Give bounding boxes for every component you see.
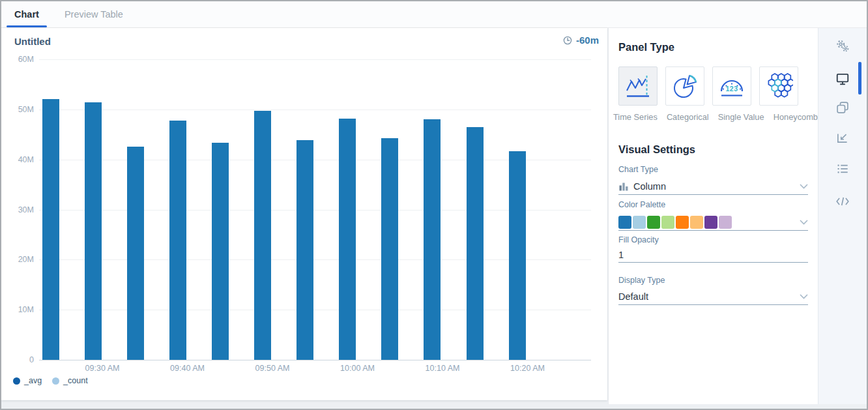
bar <box>297 140 313 360</box>
palette-swatch <box>690 216 703 229</box>
clock-icon <box>562 35 573 46</box>
y-tick-label: 30M <box>4 205 34 214</box>
bar <box>381 138 398 360</box>
x-tick-label: 10:00 AM <box>328 364 387 373</box>
bar <box>254 111 271 360</box>
y-tick-label: 10M <box>4 305 34 314</box>
chevron-down-icon <box>800 220 808 225</box>
monitor-icon[interactable] <box>835 72 850 86</box>
bar <box>424 119 441 360</box>
bar <box>467 127 484 360</box>
panel-type-single-value[interactable]: 123 <box>712 66 751 106</box>
categorical-icon <box>671 72 699 100</box>
y-tick-label: 60M <box>4 55 34 64</box>
panel-type-time-series[interactable] <box>618 66 658 106</box>
palette-swatch <box>676 216 689 229</box>
legend-dot <box>52 377 59 385</box>
bar <box>42 99 59 360</box>
legend: _avg_count <box>13 376 88 385</box>
chevron-down-icon <box>800 184 808 189</box>
palette-swatch <box>618 216 631 229</box>
palette-swatch <box>704 216 717 229</box>
settings-panel: Panel Type <box>608 28 818 404</box>
fill-opacity-input[interactable] <box>618 247 808 263</box>
gears-icon[interactable] <box>835 39 850 53</box>
chevron-down-icon <box>800 294 808 299</box>
panel-type-honeycomb[interactable] <box>759 66 798 106</box>
tab-preview-table[interactable]: Preview Table <box>57 1 131 27</box>
chart-type-value: Column <box>633 181 800 192</box>
chart-builder-window: Chart Preview Table Untitled -60m 09:30 … <box>0 0 868 410</box>
legend-label: _avg <box>24 376 42 385</box>
x-axis-line <box>39 360 591 360</box>
panel-type-heading: Panel Type <box>618 41 674 53</box>
palette-swatches <box>618 216 733 229</box>
single-value-icon: 123 <box>717 72 746 100</box>
legend-item[interactable]: _avg <box>13 376 42 385</box>
code-icon[interactable] <box>835 194 850 209</box>
palette-swatch <box>719 216 732 229</box>
time-range-control[interactable]: -60m <box>562 35 599 46</box>
time-range-label: -60m <box>576 35 599 46</box>
tab-chart[interactable]: Chart <box>7 1 47 27</box>
color-palette-select[interactable] <box>618 214 808 231</box>
y-tick-label: 0 <box>4 355 34 364</box>
color-palette-label: Color Palette <box>618 200 665 209</box>
panel-type-categorical[interactable] <box>665 66 704 106</box>
display-type-select[interactable]: Default <box>618 289 808 305</box>
x-tick-label: 10:20 AM <box>499 364 557 373</box>
active-tool-indicator <box>858 62 861 95</box>
copy-icon[interactable] <box>835 100 850 115</box>
panel-type-label-time-series: Time Series <box>613 112 658 122</box>
tab-chart-label: Chart <box>14 9 39 20</box>
palette-swatch <box>647 216 660 229</box>
x-tick-label: 09:30 AM <box>73 364 132 373</box>
chart-title: Untitled <box>14 36 51 47</box>
panel-type-options: 123 <box>618 66 798 106</box>
svg-text:123: 123 <box>725 85 738 93</box>
bar <box>85 102 102 360</box>
list-icon[interactable] <box>835 162 850 176</box>
bar <box>169 121 186 360</box>
chart-card: Untitled -60m 09:30 AM09:40 AM09:50 AM10… <box>1 28 607 400</box>
chart-type-label: Chart Type <box>618 165 658 174</box>
fill-opacity-label: Fill Opacity <box>618 235 659 244</box>
palette-swatch <box>633 216 646 229</box>
axes-icon[interactable] <box>835 130 850 145</box>
palette-swatch <box>661 216 674 229</box>
bar <box>127 147 144 360</box>
y-tick-label: 40M <box>4 155 34 164</box>
x-tick-label: 09:50 AM <box>243 364 302 373</box>
display-type-label: Display Type <box>618 276 665 285</box>
gridline <box>39 59 591 60</box>
tab-bar: Chart Preview Table <box>1 1 867 28</box>
panel-type-captions: Time Series Categorical Single Value Hon… <box>613 112 818 122</box>
panel-type-label-single-value: Single Value <box>718 112 764 122</box>
legend-dot <box>13 377 20 385</box>
display-type-value: Default <box>618 291 800 302</box>
honeycomb-icon <box>764 72 793 100</box>
legend-item[interactable]: _count <box>52 376 88 385</box>
legend-label: _count <box>63 376 88 385</box>
bar <box>212 143 229 360</box>
bar <box>509 151 526 360</box>
chart-type-select[interactable]: Column <box>618 179 808 195</box>
tab-preview-table-label: Preview Table <box>65 9 123 20</box>
bar <box>339 119 356 360</box>
plot-area: 09:30 AM09:40 AM09:50 AM10:00 AM10:10 AM… <box>39 59 591 360</box>
visual-settings-heading: Visual Settings <box>618 143 695 156</box>
panel-type-label-honeycomb: Honeycomb <box>774 112 818 122</box>
time-series-icon <box>624 72 652 100</box>
side-toolbar <box>818 28 867 404</box>
y-tick-label: 20M <box>4 255 34 264</box>
x-tick-label: 09:40 AM <box>158 364 217 373</box>
y-tick-label: 50M <box>4 105 34 114</box>
column-chart-icon <box>618 181 629 192</box>
panel-type-label-categorical: Categorical <box>667 112 709 122</box>
gridline <box>39 110 591 110</box>
x-tick-label: 10:10 AM <box>413 364 472 373</box>
